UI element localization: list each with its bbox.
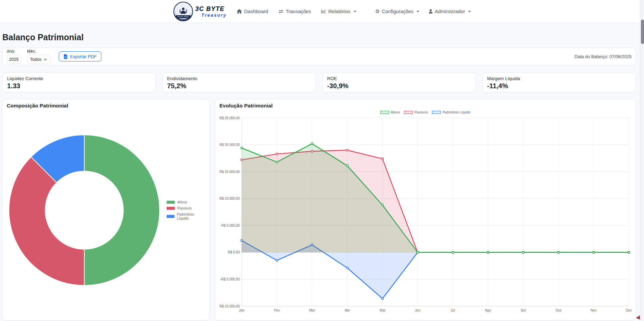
x-tick-label: Nov xyxy=(591,308,597,312)
x-tick-label: Mar xyxy=(309,308,315,312)
donut-legend: AtivosPassivosPatrimônio Líquido xyxy=(167,200,205,220)
year-input[interactable] xyxy=(7,55,21,64)
composicao-patrimonial-card: Composição Patrimonial AtivosPassivosPat… xyxy=(2,99,210,321)
data-point[interactable] xyxy=(346,165,348,167)
chevron-down-icon xyxy=(468,11,471,12)
data-point[interactable] xyxy=(276,260,278,262)
brand-logo[interactable]: Since 2020 3C BYTE Treasury xyxy=(173,2,227,21)
legend-swatch xyxy=(167,207,175,210)
month-select[interactable]: Todos xyxy=(27,55,50,64)
data-point[interactable] xyxy=(628,251,630,253)
kpi-label: Endividamento xyxy=(167,76,311,81)
charts-row: Composição Patrimonial AtivosPassivosPat… xyxy=(2,99,636,321)
brand-emblem-icon: Since 2020 xyxy=(173,2,193,21)
x-tick-label: Set xyxy=(521,308,526,312)
donut-slice-1[interactable] xyxy=(9,157,85,286)
nav-right-links: ⚙ Configurações Administrador xyxy=(375,9,471,14)
legend-swatch xyxy=(167,201,175,204)
donut-slice-0[interactable] xyxy=(84,135,160,285)
legend-label: Passivos xyxy=(177,206,192,210)
data-point[interactable] xyxy=(557,251,559,253)
nav-item-label: Transações xyxy=(286,9,311,14)
export-pdf-label: Exportar PDF xyxy=(70,54,97,59)
data-point[interactable] xyxy=(452,251,454,253)
data-point[interactable] xyxy=(276,153,278,155)
data-point[interactable] xyxy=(276,161,278,163)
export-pdf-button[interactable]: Exportar PDF xyxy=(59,51,101,61)
kpi-card-endividamento: Endividamento 75,2% xyxy=(162,73,316,92)
scrollbar-thumb[interactable] xyxy=(641,20,644,44)
kpi-label: Margem Líquida xyxy=(487,76,631,81)
gear-icon: ⚙ xyxy=(375,9,380,14)
legend-item-2[interactable]: Patrimônio Líquido xyxy=(432,110,471,114)
legend-item-0[interactable]: Ativos xyxy=(167,200,205,204)
y-tick-label: R$ 25.000,00 xyxy=(219,116,240,120)
data-point[interactable] xyxy=(346,149,348,151)
pdf-file-icon xyxy=(64,54,68,59)
nav-item-label: Administrador xyxy=(435,9,465,14)
legend-swatch xyxy=(380,111,389,114)
year-label: Ano: xyxy=(7,49,21,54)
legend-label: Ativos xyxy=(391,110,400,114)
legend-item-1[interactable]: Passivos xyxy=(404,110,428,114)
kpi-card-liquidez-corrente: Liquidez Corrente 1.33 xyxy=(2,73,156,92)
chevron-down-icon xyxy=(416,11,419,12)
line-chart-legend: AtivosPassivosPatrimônio Líquido xyxy=(219,110,631,114)
series-area-Ativos xyxy=(242,144,629,252)
legend-label: Patrimônio Líquido xyxy=(177,212,205,220)
line-chart[interactable]: R$ 25.000,00R$ 20.000,00R$ 15.000,00R$ 1… xyxy=(219,115,631,316)
month-select-value: Todos xyxy=(30,57,41,62)
balance-date: Data do Balanço: 07/06/2025 xyxy=(575,54,631,59)
y-tick-label: -R$ 10.000,00 xyxy=(219,304,240,308)
nav-item-relatorios[interactable]: Relatórios xyxy=(321,9,356,14)
evolucao-patrimonial-card: Evolução Patrimonial AtivosPassivosPatri… xyxy=(215,99,636,321)
kpi-card-margem-liquida: Margem Líquida -11,4% xyxy=(482,73,636,92)
chevron-down-icon xyxy=(354,11,356,12)
data-point[interactable] xyxy=(593,251,595,253)
x-tick-label: Fev xyxy=(274,308,280,312)
x-tick-label: Mai xyxy=(380,308,385,312)
y-tick-label: R$ 0,00 xyxy=(228,250,240,254)
month-label: Mês: xyxy=(27,49,50,54)
emblem-figure-icon xyxy=(179,6,188,15)
nav-item-label: Dashboard xyxy=(244,9,268,14)
x-tick-label: Jun xyxy=(415,308,420,312)
y-tick-label: R$ 20.000,00 xyxy=(219,143,240,147)
data-point[interactable] xyxy=(487,251,489,253)
x-tick-label: Jan xyxy=(239,308,244,312)
data-point[interactable] xyxy=(381,298,383,300)
nav-item-transacoes[interactable]: Transações xyxy=(278,9,311,14)
legend-label: Patrimônio Líquido xyxy=(443,110,471,114)
y-tick-label: -R$ 5.000,00 xyxy=(220,277,240,281)
nav-item-administrador[interactable]: Administrador xyxy=(429,9,471,14)
emblem-caption: Since 2020 xyxy=(175,15,191,18)
nav-item-configuracoes[interactable]: ⚙ Configurações xyxy=(375,9,419,14)
legend-item-2[interactable]: Patrimônio Líquido xyxy=(167,212,205,220)
y-tick-label: R$ 5.000,00 xyxy=(221,224,240,227)
kpi-label: Liquidez Corrente xyxy=(7,76,151,81)
data-point[interactable] xyxy=(381,204,383,206)
donut-chart[interactable] xyxy=(7,129,162,291)
legend-label: Ativos xyxy=(177,200,187,204)
data-point[interactable] xyxy=(522,251,524,253)
kpi-value: 1.33 xyxy=(7,82,151,90)
x-tick-label: Ago xyxy=(485,308,491,312)
kpi-row: Liquidez Corrente 1.33 Endividamento 75,… xyxy=(2,73,636,92)
chevron-down-icon xyxy=(44,58,47,60)
x-tick-label: Jul xyxy=(451,308,455,312)
data-point[interactable] xyxy=(417,251,419,253)
data-point[interactable] xyxy=(311,143,313,145)
data-point[interactable] xyxy=(241,147,243,149)
top-navbar: Since 2020 3C BYTE Treasury Dashboard xyxy=(0,0,644,23)
legend-item-0[interactable]: Ativos xyxy=(380,110,400,114)
page-title: Balanço Patrimonial xyxy=(2,32,636,42)
nav-item-dashboard[interactable]: Dashboard xyxy=(237,9,268,14)
kpi-card-roe: ROE -30,9% xyxy=(323,73,476,92)
legend-item-1[interactable]: Passivos xyxy=(167,206,205,210)
data-point[interactable] xyxy=(346,267,348,269)
legend-swatch xyxy=(167,215,174,218)
data-point[interactable] xyxy=(381,158,383,160)
vertical-scrollbar[interactable] xyxy=(640,0,644,321)
y-tick-label: R$ 15.000,00 xyxy=(219,170,240,174)
nav-item-label: Relatórios xyxy=(328,9,350,14)
